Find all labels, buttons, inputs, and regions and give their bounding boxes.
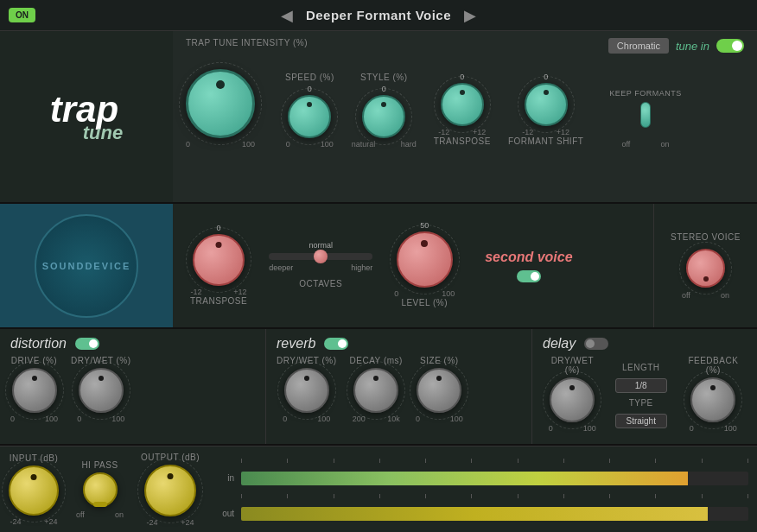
intensity-knob[interactable]	[186, 69, 255, 138]
reverb-drywet-knob[interactable]	[284, 368, 329, 413]
meter-out-label: out	[217, 509, 234, 518]
decay-group: DECAY (ms) 200 10k	[350, 356, 403, 423]
tick-marks-mid	[241, 494, 748, 498]
top-bar: ON ◀ Deeper Formant Voice ▶	[0, 0, 757, 31]
tune-in-area: Chromatic tune in	[608, 38, 744, 54]
next-arrow[interactable]: ▶	[451, 6, 489, 25]
transpose-knob-group: 0 -12 +12 TRANSPOSE	[434, 73, 491, 149]
octaves-labels: deeper higher	[269, 263, 372, 272]
hipass-off-on: off on	[76, 510, 124, 519]
reverb-knobs: DRY/WET (%) 0 100 DECAY (ms) 200 10k	[277, 356, 521, 423]
octaves-track[interactable]	[269, 253, 372, 260]
size-group: SIZE (%) 0 100	[416, 356, 463, 423]
tick-marks-top	[241, 459, 748, 463]
drive-knob[interactable]	[12, 368, 57, 413]
formant-knob[interactable]	[525, 83, 568, 126]
meter-in-fill	[241, 472, 687, 485]
delay-toggle[interactable]	[584, 338, 608, 350]
feedback-group: FEEDBACK (%) 0 100	[680, 356, 747, 433]
meter-in-track[interactable]	[241, 472, 748, 485]
sv-title-group: second voice	[485, 250, 572, 282]
delay-controls: DRY/WET (%) 0 100 LENGTH 1/8 TYPE Straig…	[543, 356, 747, 433]
sv-transpose-label: TRANSPOSE	[190, 296, 247, 306]
keep-formants-label: KEEP FORMANTS	[609, 89, 681, 98]
reverb-title: reverb	[277, 336, 521, 352]
decay-knob[interactable]	[353, 368, 398, 413]
stereo-voice-knob[interactable]	[686, 249, 725, 288]
style-knob[interactable]	[362, 95, 405, 138]
feedback-knob[interactable]	[690, 377, 735, 422]
delay-drywet-knob[interactable]	[550, 377, 595, 422]
style-label: STYLE (%)	[360, 73, 408, 82]
trap-logo: traptune	[0, 31, 173, 202]
chromatic-button[interactable]: Chromatic	[608, 38, 669, 54]
length-dropdown[interactable]: 1/8	[615, 378, 667, 393]
meter-out-row: out	[217, 507, 748, 521]
trap-controls: Chromatic tune in TRAP TUNE INTENSITY (%…	[173, 31, 757, 202]
reverb-toggle[interactable]	[324, 338, 348, 350]
reverb-drywet-group: DRY/WET (%) 0 100	[277, 356, 337, 423]
keep-formants-off-on: off on	[622, 140, 670, 149]
size-knob[interactable]	[417, 368, 461, 413]
octaves-thumb[interactable]	[314, 250, 328, 263]
speed-knob-group: SPEED (%) 0 0 100	[285, 73, 334, 149]
sounddevice-circle: SOUNDDEVICE	[35, 214, 138, 318]
meter-out-fill	[241, 507, 708, 521]
distortion-section: distortion DRIVE (%) 0 100 DRY/WET (%)	[0, 329, 266, 444]
trap-tune-section: traptune Chromatic tune in TRAP TUNE INT…	[0, 31, 757, 204]
length-param: LENGTH 1/8	[615, 363, 667, 393]
preset-name: Deeper Formant Voice	[306, 8, 451, 22]
input-knob[interactable]	[9, 466, 59, 516]
meter-in-row: in	[217, 472, 748, 485]
sv-transpose-knob[interactable]	[193, 234, 245, 286]
formant-knob-group: 0 -12 +12 FORMANT SHIFT	[508, 73, 583, 149]
distortion-knobs: DRIVE (%) 0 100 DRY/WET (%) 0 100	[10, 356, 255, 423]
io-row: INPUT (dB) -24 +24 HI PASS off on OUTPUT…	[0, 446, 757, 532]
tune-in-label: tune in	[676, 40, 709, 53]
tune-logo-text: tune	[83, 124, 123, 142]
speed-label: SPEED (%)	[285, 73, 334, 82]
keep-formants-knob-area	[624, 102, 667, 136]
input-knob-group: INPUT (dB) -24 +24	[9, 453, 59, 526]
distortion-title: distortion	[10, 336, 255, 352]
intensity-knob-group: 0 100	[186, 69, 255, 149]
type-param: TYPE Straight	[615, 398, 667, 428]
dist-drywet-knob[interactable]	[79, 368, 124, 413]
second-voice-toggle[interactable]	[517, 270, 541, 282]
intensity-knob-ring	[186, 69, 255, 138]
top-knobs-row: SPEED (%) 0 0 100 STYLE (%) 0	[285, 73, 682, 149]
type-dropdown[interactable]: Straight	[615, 414, 667, 428]
keep-formants-knob[interactable]	[640, 102, 651, 128]
octaves-group: normal deeper higher OCTAVES	[269, 241, 372, 291]
sv-level-knob[interactable]	[397, 231, 453, 288]
sounddevice-panel: SOUNDDEVICE	[0, 204, 173, 327]
hipass-section: HI PASS off on	[67, 456, 132, 523]
meter-out-track[interactable]	[241, 507, 748, 521]
hipass-knob[interactable]	[83, 472, 118, 507]
sv-level-group: 50 0 100 LEVEL (%)	[394, 221, 455, 310]
keep-formants-group: KEEP FORMANTS off on	[609, 89, 681, 149]
right-knobs: SPEED (%) 0 0 100 STYLE (%) 0	[285, 73, 682, 149]
speed-knob[interactable]	[288, 95, 331, 138]
transpose-knob[interactable]	[441, 83, 484, 126]
sv-level-label: LEVEL (%)	[401, 298, 448, 307]
output-knob[interactable]	[144, 465, 196, 516]
second-voice-row: SOUNDDEVICE 0 -12 +12 TRANSPOSE normal d…	[0, 204, 757, 329]
transpose-label: TRANSPOSE	[434, 136, 491, 146]
reverb-section: reverb DRY/WET (%) 0 100 DECAY (ms)	[266, 329, 532, 444]
octaves-label: OCTAVES	[299, 279, 342, 288]
trap-knobs-row: 0 100 SPEED (%) 0 0 100	[186, 69, 744, 149]
delay-drywet-group: DRY/WET (%) 0 100	[543, 356, 602, 433]
style-knob-group: STYLE (%) 0 natural hard	[352, 73, 417, 149]
stereo-voice-label: STEREO VOICE	[671, 232, 741, 242]
tune-in-toggle[interactable]	[716, 39, 744, 53]
octaves-normal-label: normal	[309, 241, 333, 250]
formant-shift-label: FORMANT SHIFT	[508, 136, 583, 146]
sv-transpose-group: 0 -12 +12 TRANSPOSE	[190, 224, 247, 308]
distortion-toggle[interactable]	[75, 338, 99, 350]
output-knob-group: OUTPUT (dB) -24 +24	[141, 453, 200, 527]
on-button[interactable]: ON	[9, 8, 35, 22]
prev-arrow[interactable]: ◀	[268, 6, 306, 25]
trap-logo-text: traptune	[50, 92, 123, 142]
delay-section: delay DRY/WET (%) 0 100 LENGTH 1/8	[532, 329, 757, 444]
